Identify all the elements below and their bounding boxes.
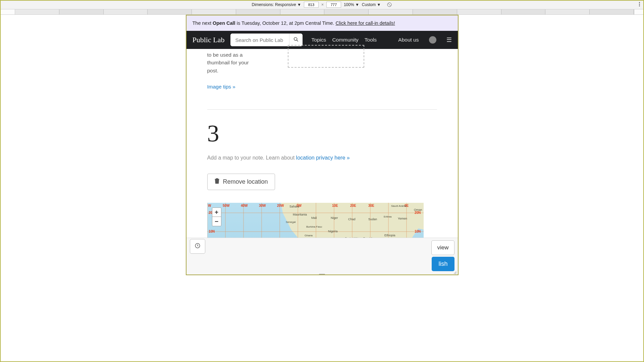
rotate-icon[interactable] bbox=[387, 2, 392, 7]
custom-dropdown[interactable]: Custom ▼ bbox=[362, 2, 381, 7]
zoom-dropdown[interactable]: 100% ▼ bbox=[344, 2, 359, 7]
viewport-height-input[interactable] bbox=[326, 2, 341, 8]
dimension-separator: × bbox=[321, 2, 324, 7]
kebab-menu-icon[interactable] bbox=[639, 2, 640, 6]
viewport-width-input[interactable] bbox=[304, 2, 319, 8]
devtools-bar: Dimensions: Responsive ▼ × 100% ▼ Custom… bbox=[0, 0, 644, 9]
ruler bbox=[0, 9, 644, 15]
dimensions-dropdown[interactable]: Dimensions: Responsive ▼ bbox=[252, 2, 301, 7]
svg-line-1 bbox=[388, 3, 391, 6]
